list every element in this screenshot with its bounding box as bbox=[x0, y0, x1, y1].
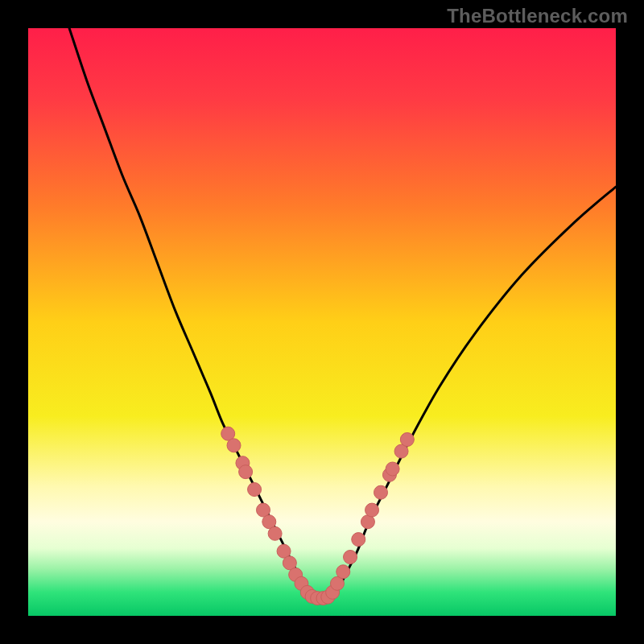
curve-marker bbox=[374, 485, 388, 499]
curve-marker bbox=[344, 551, 357, 564]
curve-marker bbox=[336, 565, 350, 579]
plot-area bbox=[28, 28, 616, 616]
curve-marker bbox=[352, 533, 365, 547]
chart-svg bbox=[28, 28, 616, 616]
outer-frame: TheBottleneck.com bbox=[0, 0, 644, 644]
gradient-background bbox=[28, 28, 616, 616]
curve-marker bbox=[400, 433, 414, 447]
curve-marker bbox=[239, 465, 253, 479]
curve-marker bbox=[386, 462, 399, 476]
watermark-label: TheBottleneck.com bbox=[447, 5, 628, 27]
curve-marker bbox=[248, 483, 262, 497]
curve-marker bbox=[365, 503, 379, 517]
curve-marker bbox=[268, 526, 282, 540]
curve-marker bbox=[227, 439, 241, 452]
